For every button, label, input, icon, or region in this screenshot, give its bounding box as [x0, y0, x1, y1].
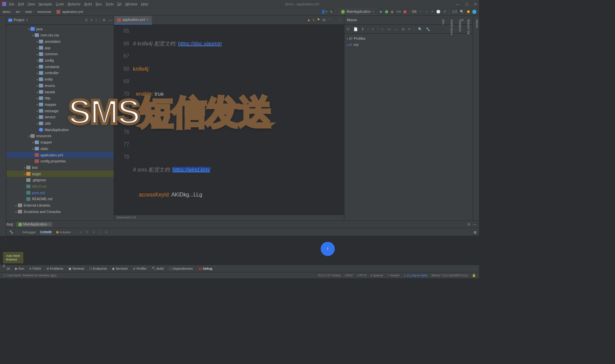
skip-tests-icon[interactable]: ⊘ [402, 27, 405, 31]
debug-icon[interactable] [385, 10, 388, 13]
coverage-icon[interactable]: ◉ [391, 10, 394, 14]
strip-mybatis-sql[interactable]: Mybatis Sql [467, 19, 471, 221]
project-tree[interactable]: ▾java▾com.csx.cxy▸annotation▸aop▸common▸… [6, 25, 114, 220]
tree-node[interactable]: ▸annotation [6, 38, 114, 45]
minimize-icon[interactable]: — [456, 2, 459, 6]
tab-actuator[interactable]: Actuator [59, 230, 71, 234]
project-title[interactable]: Project ▼ [8, 18, 28, 22]
line-ending[interactable]: CRLF [345, 273, 353, 277]
hammer-icon[interactable]: ⬉ [330, 10, 333, 14]
toggle-icon[interactable]: ⫠ [395, 27, 398, 31]
menu-run[interactable]: Run [95, 2, 102, 6]
tree-node[interactable]: ▾resources [6, 133, 114, 139]
debug-wrench-icon[interactable]: 🔧 [9, 230, 13, 234]
tree-node[interactable]: ▸handel [6, 89, 114, 95]
breadcrumb-item[interactable]: resources [37, 10, 51, 13]
tree-node[interactable]: ▸enums [6, 83, 114, 89]
hide-icon[interactable]: — [108, 18, 112, 22]
git-rollback-icon[interactable]: ↺ [443, 10, 446, 14]
profile-icon[interactable]: ⟳▾ [396, 10, 401, 14]
tree-node[interactable]: ▸mapper [6, 139, 114, 146]
ide-settings-icon[interactable]: ⬢ [467, 10, 470, 14]
collapse-all-icon[interactable]: ⫞ [95, 18, 97, 22]
gear-icon[interactable]: ⚙ [103, 18, 106, 22]
breadcrumb-item[interactable]: application.yml [62, 10, 83, 13]
tree-node[interactable]: ▸aop [6, 44, 114, 51]
bottom-profiler[interactable]: ⊙ Profiler [133, 267, 146, 270]
bottom-terminal[interactable]: ▣ Terminal [68, 267, 84, 270]
bottom-endpoints[interactable]: ⬡ Endpoints [89, 267, 107, 270]
inspection-widget[interactable]: ▲1 ⚑18 ˆ ˇ [307, 18, 331, 21]
vcs-status[interactable]: △ 3 △/up-to-date [404, 273, 427, 277]
tree-node[interactable]: ▸http [6, 95, 114, 101]
encoding[interactable]: UTF-8 [357, 273, 366, 277]
menu-help[interactable]: Help [141, 2, 148, 6]
bottom-debug[interactable]: 🐞 Debug [198, 267, 212, 270]
select-open-icon[interactable]: ⊙ [85, 18, 88, 22]
close-icon[interactable]: ✕ [474, 2, 477, 6]
scroll-up-icon[interactable]: ↑ [5, 238, 7, 242]
lock-icon[interactable]: 🔒 [472, 273, 476, 277]
add-icon[interactable]: + [372, 27, 374, 31]
dependencies-icon[interactable]: 🔍 [418, 27, 422, 31]
menu-navigate[interactable]: Navigate [39, 2, 52, 6]
tree-node[interactable]: pom.xml [6, 189, 114, 196]
menu-refactor[interactable]: Refactor [68, 2, 81, 6]
tabs-more-icon[interactable]: ⋮ [338, 18, 341, 22]
git-history-icon[interactable]: 🕓 [436, 10, 440, 14]
run-icon[interactable] [380, 10, 383, 13]
reload-icon[interactable]: ⟳ [347, 27, 350, 31]
indent[interactable]: 2 spaces [370, 273, 383, 277]
hide-icon[interactable]: — [473, 222, 476, 226]
git-update-icon[interactable]: ✓ [420, 10, 423, 14]
evaluate-icon[interactable]: ⧉ [105, 230, 108, 234]
tree-node[interactable]: ▸controller [6, 70, 114, 76]
bottom-dependencies[interactable]: ⬚ Dependencies [169, 267, 193, 270]
gear-icon[interactable]: ⚙ [467, 222, 470, 226]
avatar-icon[interactable] [472, 9, 476, 13]
tree-node[interactable]: application.yml [6, 152, 114, 158]
git-branch[interactable]: ᛘ master [387, 273, 400, 277]
search-icon[interactable]: 🔍 [460, 10, 464, 14]
menu-view[interactable]: View [28, 2, 35, 6]
tree-node[interactable]: ▸test [6, 164, 114, 171]
download-icon[interactable]: ⬇ [361, 27, 364, 31]
tree-node[interactable]: ▸static [6, 146, 114, 152]
tree-node[interactable]: ▸target [6, 171, 114, 177]
git-commit-icon[interactable]: ✓ [425, 10, 428, 14]
tab-console[interactable]: Console [40, 230, 52, 234]
strip-bito[interactable]: Bito [441, 19, 445, 221]
expand-all-icon[interactable]: ≡ [90, 18, 92, 22]
url-link[interactable]: https://doc.xiaomin [178, 41, 222, 47]
menu-edit[interactable]: Edit [18, 2, 24, 6]
tree-node[interactable]: ▸External Libraries [6, 202, 114, 209]
tree-node[interactable]: ▸common [6, 51, 114, 57]
tree-node[interactable]: HELP.md [6, 183, 114, 190]
breadcrumb-item[interactable]: src [16, 10, 20, 13]
tree-node[interactable]: .gitignore [6, 177, 114, 183]
offline-icon[interactable]: ≡ [408, 27, 410, 31]
run-to-cursor-icon[interactable]: ⤵ [100, 230, 101, 234]
caret-position[interactable]: 70:17 (17 chars) [318, 273, 341, 277]
bottom-run[interactable]: ▶ Run [15, 267, 24, 270]
execute-icon[interactable]: ▭ [388, 27, 391, 31]
menu-code[interactable]: Code [56, 2, 64, 6]
tree-node[interactable]: MainApplication [6, 126, 114, 133]
run-maven-icon[interactable]: ▷ [382, 27, 384, 31]
user-icon[interactable]: 👤▾ [321, 10, 327, 14]
tree-node[interactable]: ▾java [6, 26, 114, 32]
settings-icon[interactable]: 🔧 [426, 27, 430, 31]
tab-debugger[interactable]: Debugger [22, 230, 36, 234]
step-over-icon[interactable]: ≡ [80, 230, 81, 234]
blame[interactable]: Blame: Czx 2023/8/3 9:14 [431, 273, 468, 277]
maximize-icon[interactable]: ▢ [465, 2, 468, 6]
tree-node[interactable]: ▸entity [6, 76, 114, 83]
tree-node[interactable]: ▸Scratches and Consoles [6, 209, 114, 215]
menu-window[interactable]: Window [125, 2, 137, 6]
tree-node[interactable]: ▸constants [6, 64, 114, 70]
strip-maven[interactable]: Maven [475, 19, 479, 221]
tab-close-icon[interactable]: × [147, 18, 149, 22]
tree-node[interactable]: ▸service [6, 114, 114, 120]
step-into-icon[interactable]: ⬆ [86, 230, 88, 234]
url-link[interactable]: https://wind.kim/ [172, 167, 210, 173]
